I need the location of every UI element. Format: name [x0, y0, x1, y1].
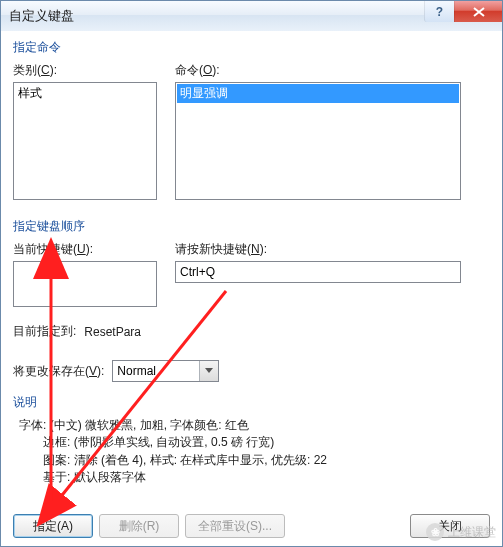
- chevron-down-icon: [205, 368, 213, 374]
- titlebar[interactable]: 自定义键盘 ?: [1, 1, 502, 32]
- categories-col: 类别(C): 样式: [13, 62, 157, 200]
- description-text: 字体: (中文) 微软雅黑, 加粗, 字体颜色: 红色 边框: (带阴影单实线,…: [13, 417, 490, 487]
- assign-button[interactable]: 指定(A): [13, 514, 93, 538]
- window-controls: ?: [424, 1, 502, 22]
- categories-listbox[interactable]: 样式: [13, 82, 157, 200]
- new-shortcut-input[interactable]: [175, 261, 461, 283]
- window-close-button[interactable]: [454, 1, 502, 22]
- current-keys-label: 当前快捷键(U):: [13, 241, 157, 258]
- dialog-window: 自定义键盘 ? 指定命令 类别(C): 样式: [0, 0, 503, 547]
- reset-all-button: 全部重设(S)...: [185, 514, 285, 538]
- description-line: 字体: (中文) 微软雅黑, 加粗, 字体颜色: 红色: [19, 417, 490, 434]
- window-title: 自定义键盘: [1, 7, 74, 25]
- description-line: 图案: 清除 (着色 4), 样式: 在样式库中显示, 优先级: 22: [19, 452, 490, 469]
- save-changes-value[interactable]: [113, 361, 199, 381]
- heading-specify-command: 指定命令: [13, 39, 490, 56]
- description-block: 说明 字体: (中文) 微软雅黑, 加粗, 字体颜色: 红色 边框: (带阴影单…: [13, 394, 490, 487]
- wechat-icon: ❀: [426, 523, 444, 541]
- save-changes-combo[interactable]: [112, 360, 219, 382]
- commands-listbox[interactable]: 明显强调: [175, 82, 461, 200]
- close-x-icon: [473, 7, 485, 17]
- combo-dropdown-button[interactable]: [199, 361, 218, 381]
- remove-button: 删除(R): [99, 514, 179, 538]
- client-area: 指定命令 类别(C): 样式 命令(O): 明显强调 指定键盘顺序: [1, 31, 502, 546]
- button-row: 指定(A) 删除(R) 全部重设(S)...: [13, 514, 285, 538]
- commands-label: 命令(O):: [175, 62, 461, 79]
- current-keys-col: 当前快捷键(U):: [13, 241, 157, 307]
- commands-col: 命令(O): 明显强调: [175, 62, 461, 200]
- command-row: 类别(C): 样式 命令(O): 明显强调: [13, 62, 490, 200]
- list-item[interactable]: 明显强调: [177, 84, 459, 103]
- currently-assigned-value: ResetPara: [84, 325, 141, 339]
- currently-assigned-label: 目前指定到:: [13, 323, 76, 340]
- current-keys-listbox[interactable]: [13, 261, 157, 307]
- watermark: ❀ 上维课堂: [426, 523, 496, 541]
- keys-row: 当前快捷键(U): 请按新快捷键(N):: [13, 241, 490, 307]
- description-line: 基于: 默认段落字体: [19, 469, 490, 486]
- save-changes-label: 将更改保存在(V):: [13, 363, 104, 380]
- description-line: 边框: (带阴影单实线, 自动设置, 0.5 磅 行宽): [19, 434, 490, 451]
- currently-assigned-row: 目前指定到: ResetPara: [13, 323, 490, 340]
- help-button[interactable]: ?: [424, 1, 454, 22]
- list-item[interactable]: 样式: [15, 84, 155, 103]
- help-icon: ?: [436, 5, 443, 19]
- heading-key-sequence: 指定键盘顺序: [13, 218, 490, 235]
- new-key-label: 请按新快捷键(N):: [175, 241, 461, 258]
- watermark-text: 上维课堂: [448, 524, 496, 541]
- new-key-col: 请按新快捷键(N):: [175, 241, 461, 307]
- save-changes-row: 将更改保存在(V):: [13, 360, 490, 382]
- heading-description: 说明: [13, 394, 490, 411]
- categories-label: 类别(C):: [13, 62, 157, 79]
